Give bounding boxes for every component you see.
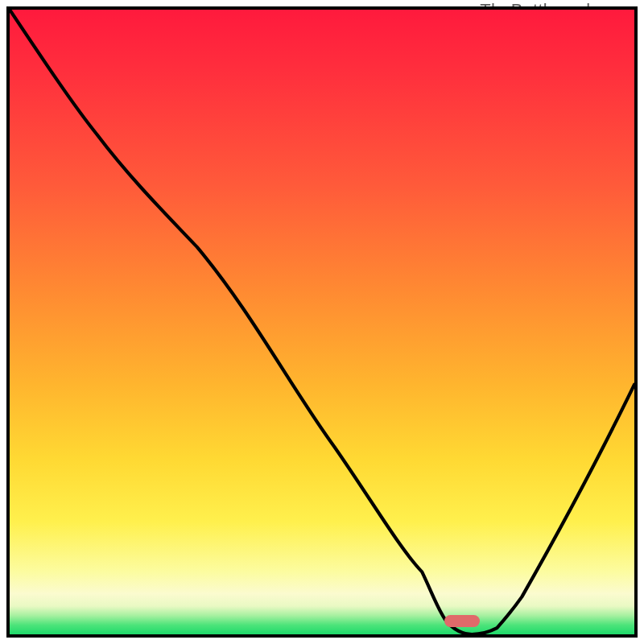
plot-area bbox=[6, 6, 638, 638]
bottleneck-marker bbox=[444, 615, 480, 627]
bottleneck-curve bbox=[10, 10, 634, 634]
chart-container: TheBottleneck.com bbox=[0, 0, 644, 644]
